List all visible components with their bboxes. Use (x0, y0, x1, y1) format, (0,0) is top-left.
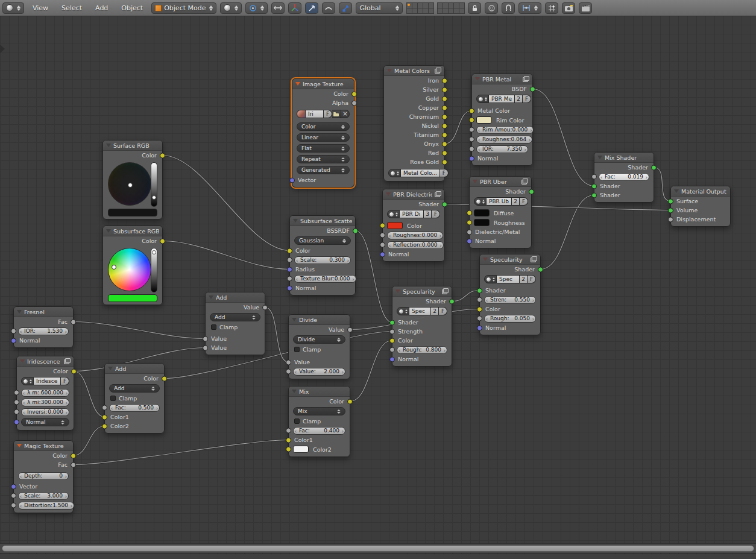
socket-purple[interactable] (287, 267, 292, 272)
lock-to-scene-button[interactable] (468, 2, 481, 14)
socket-green[interactable] (538, 267, 543, 272)
dropdown[interactable]: Gaussian (294, 236, 351, 245)
socket-yellow[interactable] (286, 447, 291, 452)
datablock-name-field[interactable]: PBR Ub (487, 197, 512, 206)
value-slider[interactable]: ‹IOR:7.350› (476, 145, 528, 153)
collapse-triangle-icon[interactable] (17, 444, 22, 447)
checkbox[interactable] (294, 418, 300, 424)
value-slider[interactable]: ‹Fac:0.400› (293, 427, 345, 435)
node-header-metal-colors[interactable]: Metal Colors (384, 66, 444, 76)
collapse-triangle-icon[interactable] (293, 219, 298, 223)
fake-user-button[interactable]: F (61, 377, 69, 385)
user-count-button[interactable]: 2 (431, 307, 439, 315)
slider-right-arrow-icon[interactable]: › (65, 494, 67, 499)
node-header-material-output[interactable]: Material Output (671, 186, 730, 197)
socket-green[interactable] (353, 228, 358, 233)
node-fresnel[interactable]: FresnelFac‹IOR:1.530›Normal (13, 306, 74, 348)
collapse-triangle-icon[interactable] (295, 82, 300, 86)
mode-selector[interactable]: Object Mode (151, 2, 216, 14)
node-surface-rgb[interactable]: Surface RGBColor (102, 140, 163, 219)
node-header-add-mix[interactable]: Add (105, 364, 164, 374)
socket-yellow[interactable] (442, 141, 447, 147)
value-slider[interactable]: ‹Fac:0.019› (599, 173, 649, 181)
slider-right-arrow-icon[interactable]: › (66, 391, 68, 396)
slider-left-arrow-icon[interactable]: ‹ (600, 175, 602, 180)
socket-yellow[interactable] (287, 248, 292, 253)
value-slider[interactable]: ‹Texture Blur:0.000› (294, 275, 356, 283)
color-wheel[interactable] (108, 162, 151, 206)
socket-gray[interactable] (469, 137, 474, 142)
datablock-name-field[interactable]: Iridesce (34, 377, 61, 385)
dropdown[interactable]: Flat (297, 144, 350, 153)
value-slider[interactable]: ‹Roughnes:0.000› (387, 232, 443, 239)
proportional-edit-button[interactable] (485, 2, 498, 14)
socket-gray[interactable] (14, 390, 19, 396)
datablock-icon-button[interactable] (474, 197, 487, 206)
collapse-triangle-icon[interactable] (475, 77, 480, 81)
node-divide[interactable]: DivideValueDivideClampValue‹Value:2.000› (288, 314, 350, 379)
slider-right-arrow-icon[interactable]: › (65, 474, 67, 479)
socket-purple[interactable] (380, 251, 385, 257)
socket-gray[interactable] (477, 316, 482, 321)
node-magic-texture[interactable]: Magic TextureColorFac‹Depth:0›Vector‹Sca… (13, 440, 74, 513)
fake-user-button[interactable]: F (440, 169, 449, 177)
node-mix-shader[interactable]: Mix ShaderShader‹Fac:0.019›ShaderShader (594, 152, 654, 203)
node-add-mix[interactable]: AddColorAddClamp‹Fac:0.500›Color1Color2 (104, 363, 165, 434)
node-metal-colors[interactable]: Metal ColorsIronSilverGoldCopperChromium… (383, 65, 445, 182)
slider-left-arrow-icon[interactable]: ‹ (20, 494, 22, 499)
socket-gray[interactable] (287, 257, 292, 263)
value-slider-vertical[interactable] (151, 248, 157, 292)
rotate-manipulator-button[interactable] (322, 2, 335, 14)
slider-left-arrow-icon[interactable]: ‹ (296, 277, 298, 282)
collapse-triangle-icon[interactable] (20, 359, 25, 363)
slider-left-arrow-icon[interactable]: ‹ (20, 474, 22, 479)
node-material-output[interactable]: Material OutputSurfaceVolumeDisplacement (670, 186, 731, 227)
socket-green[interactable] (591, 183, 597, 189)
slider-right-arrow-icon[interactable]: › (530, 128, 532, 133)
slider-left-arrow-icon[interactable]: ‹ (296, 258, 298, 264)
slider-left-arrow-icon[interactable]: ‹ (23, 391, 25, 396)
slider-right-arrow-icon[interactable]: › (71, 504, 72, 509)
layer-cell[interactable] (459, 8, 465, 14)
socket-gray[interactable] (347, 327, 353, 332)
socket-yellow[interactable] (477, 306, 482, 312)
horizontal-scrollbar[interactable] (2, 545, 754, 552)
socket-gray[interactable] (11, 493, 16, 499)
slider-right-arrow-icon[interactable]: › (66, 400, 68, 406)
slider-right-arrow-icon[interactable]: › (444, 348, 446, 353)
slider-right-arrow-icon[interactable]: › (646, 175, 647, 180)
socket-green[interactable] (389, 320, 395, 325)
socket-yellow[interactable] (389, 338, 395, 343)
checkbox[interactable] (110, 396, 116, 401)
node-pbr-uber[interactable]: PBR UberShaderPBR Ub2FDiffuseRoughnessDi… (469, 176, 532, 248)
fake-user-button[interactable]: F (523, 95, 531, 103)
node-header-mix[interactable]: Mix (289, 387, 350, 397)
value-slider[interactable]: ‹Rough:0.800› (397, 346, 447, 354)
snap-toggle-button[interactable] (502, 2, 515, 14)
value-slider[interactable]: ‹Rough:0.050› (484, 315, 536, 323)
value-slider[interactable]: ‹Roughnes:0.064› (476, 136, 532, 144)
socket-gray[interactable] (14, 409, 19, 415)
collapse-triangle-icon[interactable] (386, 192, 391, 196)
color-wheel-handle[interactable] (112, 265, 116, 270)
slider-left-arrow-icon[interactable]: ‹ (23, 410, 25, 415)
socket-gray[interactable] (11, 503, 16, 508)
slider-left-arrow-icon[interactable]: ‹ (20, 329, 22, 335)
color-swatch[interactable] (387, 222, 403, 229)
socket-gray[interactable] (389, 329, 395, 334)
layers-grid-2[interactable] (437, 2, 464, 13)
collapse-triangle-icon[interactable] (108, 367, 113, 370)
socket-gray[interactable] (203, 345, 208, 350)
datablock-icon-button[interactable] (397, 307, 409, 315)
value-slider[interactable]: ‹Depth:0› (18, 472, 69, 480)
socket-yellow[interactable] (160, 153, 165, 158)
value-slider-vertical[interactable] (151, 162, 157, 207)
datablock-name-field[interactable]: Spec (409, 307, 431, 315)
checkbox[interactable] (294, 347, 300, 352)
dropdown[interactable]: Add (210, 313, 260, 321)
socket-yellow[interactable] (380, 223, 385, 229)
node-specularity-right[interactable]: SpecularityShaderSpec2FShader‹Stren:0.55… (479, 254, 541, 335)
socket-yellow[interactable] (442, 159, 447, 165)
collapse-triangle-icon[interactable] (106, 144, 111, 147)
node-header-pbr-metal[interactable]: PBR Metal (472, 74, 532, 84)
